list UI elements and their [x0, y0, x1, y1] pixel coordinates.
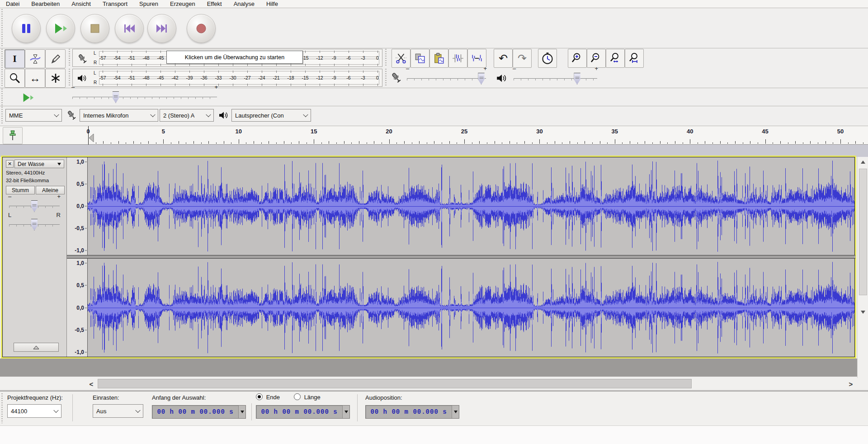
pan-handle[interactable] [31, 219, 38, 231]
vertical-ruler-left-channel[interactable]: 1,00,50,0-0,5-1,0 [67, 157, 88, 255]
scroll-left-button[interactable]: < [87, 378, 96, 390]
pin-timeline-button[interactable] [3, 127, 23, 144]
recording-volume-slider[interactable]: –+ [407, 72, 486, 84]
recording-device-select[interactable]: Internes Mikrofon [80, 109, 158, 122]
playback-speed-slider[interactable]: –+ [72, 91, 217, 103]
skip-to-end-button[interactable] [147, 14, 176, 43]
pause-button[interactable] [12, 14, 41, 43]
audio-host-select[interactable]: MME [5, 109, 62, 122]
mixer-toolbar-grabber[interactable] [384, 69, 387, 87]
vertical-ruler-right-channel[interactable]: 1,00,50,0-0,5-1,0 [67, 259, 88, 357]
time-format-dropdown[interactable] [342, 406, 349, 418]
play-at-speed-button[interactable] [19, 89, 37, 106]
tools-toolbar-grabber[interactable] [0, 49, 4, 87]
collapse-track-button[interactable] [14, 343, 59, 352]
undo-button[interactable]: ↶ [494, 49, 513, 68]
project-rate-select[interactable]: 44100 [7, 404, 61, 418]
meter-tick [233, 71, 233, 73]
playback-meter-grabber[interactable] [68, 69, 71, 87]
playback-speed-handle[interactable] [112, 91, 120, 103]
menu-transport[interactable]: Transport [97, 0, 133, 7]
timeline-minitick [457, 142, 457, 144]
length-radio[interactable]: Länge [294, 393, 321, 401]
fit-project-button[interactable] [625, 49, 644, 68]
skip-to-start-button[interactable] [115, 14, 144, 43]
menu-datei[interactable]: Datei [0, 0, 25, 7]
selection-tool-button[interactable]: I [5, 49, 25, 68]
record-meter-grabber[interactable] [68, 49, 71, 67]
radio-selected-icon[interactable] [256, 393, 263, 400]
meter-tick [320, 51, 320, 53]
playback-device-select[interactable]: Lautsprecher (Con [231, 109, 311, 122]
copy-button[interactable] [410, 49, 429, 68]
timeline-tick [103, 141, 104, 144]
radio-unselected-icon[interactable] [294, 393, 301, 400]
monitoring-tooltip[interactable]: Klicken um die Überwachung zu starten [166, 51, 303, 64]
transcription-toolbar-grabber[interactable] [0, 89, 4, 105]
time-shift-tool-button[interactable]: ↔ [25, 69, 45, 88]
amplitude-label: -0,5 [75, 327, 84, 333]
meter-tick [132, 84, 132, 86]
selection-start-field[interactable]: 00 h 00 m 00.000 s [152, 405, 246, 419]
menu-effekt[interactable]: Effekt [201, 0, 228, 7]
amplitude-tick [85, 228, 87, 229]
sync-lock-button[interactable] [538, 49, 557, 68]
timeline-tick [284, 141, 284, 144]
paste-button[interactable] [429, 49, 448, 68]
transport-toolbar-grabber[interactable] [0, 9, 4, 47]
envelope-tool-button[interactable] [25, 49, 45, 68]
close-track-button[interactable]: ✕ [6, 160, 14, 168]
timeline-label: 45 [762, 128, 768, 135]
channel-divider[interactable] [67, 255, 855, 259]
playback-volume-handle[interactable] [573, 73, 581, 85]
time-format-dropdown[interactable] [238, 406, 245, 418]
menu-bearbeiten[interactable]: Bearbeiten [25, 0, 66, 7]
pan-slider[interactable]: L R [9, 219, 60, 230]
waveform-left-channel[interactable] [88, 157, 854, 255]
edit-toolbar-grabber[interactable] [384, 49, 387, 67]
horizontal-scrollbar-thumb[interactable] [98, 379, 692, 388]
fit-selection-button[interactable] [606, 49, 625, 68]
zoom-tool-button[interactable] [5, 69, 25, 88]
track-title-menu[interactable]: Der Wasse [14, 160, 64, 168]
scroll-up-button[interactable] [858, 158, 868, 166]
audio-position-value: 00 h 00 m 00.000 s [366, 408, 452, 416]
scroll-down-button[interactable] [858, 308, 868, 316]
meter-scale-number: -54 [113, 75, 120, 80]
gain-handle[interactable] [31, 200, 38, 212]
scroll-right-button[interactable]: > [846, 378, 855, 390]
end-radio[interactable]: Ende [256, 393, 280, 401]
gain-slider[interactable]: – + [9, 200, 60, 211]
recording-channels-select[interactable]: 2 (Stereo) A [160, 109, 214, 122]
meter-left-label: L [94, 51, 96, 56]
multi-tool-button[interactable] [45, 69, 66, 88]
vertical-scrollbar[interactable] [857, 157, 868, 378]
time-format-dropdown[interactable] [452, 406, 459, 418]
draw-tool-button[interactable] [45, 49, 66, 68]
waveform-right-channel[interactable] [88, 259, 854, 357]
zoom-in-button[interactable] [568, 49, 587, 68]
menu-hilfe[interactable]: Hilfe [260, 0, 284, 7]
menu-erzeugen[interactable]: Erzeugen [164, 0, 201, 7]
snap-to-select[interactable]: Aus [93, 404, 143, 418]
timeline-minitick [396, 142, 397, 144]
meter-tick [262, 64, 262, 66]
selection-end-field[interactable]: 00 h 00 m 00.000 s [256, 405, 350, 419]
vertical-scrollbar-thumb[interactable] [859, 169, 867, 295]
selection-toolbar-grabber[interactable] [0, 393, 4, 423]
menu-ansicht[interactable]: Ansicht [66, 0, 97, 7]
playback-volume-slider[interactable]: –+ [514, 72, 597, 84]
device-toolbar-grabber[interactable] [0, 107, 4, 125]
stop-button[interactable] [80, 14, 109, 43]
meter-scale-number: -15 [302, 75, 308, 80]
playback-meter[interactable]: L R -57-54-51-48-45-42-39-36-33-30-27-24… [72, 69, 382, 87]
menu-analyse[interactable]: Analyse [228, 0, 260, 7]
timeline-ruler[interactable]: 05101520253035404550 [0, 126, 868, 145]
recording-volume-handle[interactable] [477, 73, 485, 85]
record-button[interactable] [187, 14, 216, 43]
trim-audio-button[interactable] [448, 49, 467, 68]
menu-spuren[interactable]: Spuren [133, 0, 164, 7]
play-button[interactable] [46, 14, 75, 43]
audio-position-field[interactable]: 00 h 00 m 00.000 s [365, 405, 459, 419]
arrow-left-icon: < [90, 380, 94, 388]
